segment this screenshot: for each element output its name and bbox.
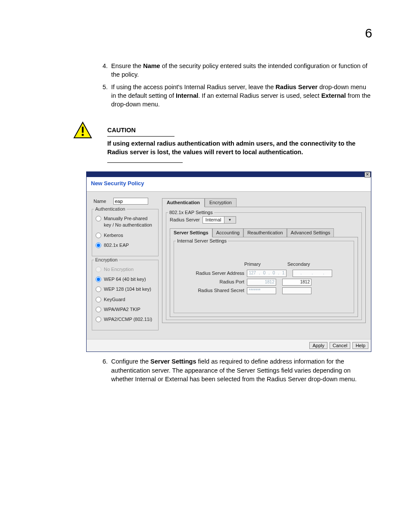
primary-header: Primary [244, 261, 287, 268]
primary-port-input[interactable] [247, 279, 276, 286]
enc-option-wep128[interactable]: WEP 128 (104 bit key) [95, 286, 156, 292]
tabs: Authentication Encryption [162, 198, 366, 207]
dropdown-value: Internal [203, 217, 224, 223]
name-label: Name [93, 199, 106, 204]
radius-server-label: Radius Server [170, 217, 200, 222]
svg-rect-1 [82, 127, 84, 133]
tab-authentication[interactable]: Authentication [162, 198, 205, 207]
page-number: 6 [365, 26, 372, 40]
step-number: 4. [78, 62, 111, 79]
label: WPA2/CCMP (802.11i) [104, 316, 152, 323]
enc-option-none: No Encryption [95, 266, 156, 273]
apply-button[interactable]: Apply [309, 342, 327, 349]
titlebar: ✕ [87, 172, 371, 177]
authentication-fieldset: Authentication Manually Pre-shared key /… [92, 209, 159, 256]
label: WPA/WPA2 TKIP [104, 306, 140, 313]
octet: 1 [282, 270, 285, 276]
cancel-button[interactable]: Cancel [330, 342, 350, 349]
subtab-advanced[interactable]: Advanced Settings [287, 228, 334, 237]
label: No Encryption [104, 266, 134, 273]
step-5: 5. If using the access point's Internal … [78, 83, 372, 109]
secondary-ip-input[interactable]: . . . [293, 270, 332, 277]
enc-option-wpa-tkip[interactable]: WPA/WPA2 TKIP [95, 306, 156, 313]
text: If using the access point's Internal Rad… [111, 84, 276, 90]
auth-option-manual[interactable]: Manually Pre-shared key / No authenticat… [95, 215, 156, 229]
bold: Radius Server [276, 84, 318, 90]
label: WEP 128 (104 bit key) [104, 286, 151, 292]
panel-title: New Security Policy [87, 177, 371, 191]
eap-settings-fieldset: 802.1x EAP Settings Radius Server Intern… [166, 212, 362, 320]
tab-body: 802.1x EAP Settings Radius Server Intern… [162, 207, 366, 323]
step-4-text: Ensure the Name of the security policy e… [111, 62, 372, 79]
close-icon[interactable]: ✕ [364, 172, 371, 177]
radius-address-label: Radius Server Address [177, 270, 247, 277]
name-input[interactable] [113, 198, 148, 205]
auth-legend: Authentication [94, 206, 127, 212]
subtab-server-settings[interactable]: Server Settings [170, 228, 212, 237]
tab-encryption[interactable]: Encryption [205, 198, 237, 207]
auth-option-eap[interactable]: 802.1x EAP [95, 242, 156, 249]
secondary-port-input[interactable] [282, 279, 311, 286]
text: Ensure the [111, 62, 143, 69]
bottom-bar: Apply Cancel Help [87, 339, 371, 352]
caution-block: CAUTION If using external radius authent… [73, 121, 372, 163]
auth-option-kerberos[interactable]: Kerberos [95, 232, 156, 239]
subtab-accounting[interactable]: Accounting [212, 228, 243, 237]
octet: 127 [249, 270, 256, 276]
eap-legend: 802.1x EAP Settings [168, 209, 214, 216]
caution-icon [73, 121, 92, 141]
subtabs: Server Settings Accounting Reauthenticat… [170, 228, 358, 237]
primary-ip-input[interactable]: 127. 0. 0. 1 [247, 270, 286, 277]
label: Manually Pre-shared key / No authenticat… [104, 215, 156, 229]
label: KeyGuard [104, 296, 125, 303]
chevron-down-icon: ▼ [224, 217, 236, 223]
radius-port-label: Radius Port [177, 279, 247, 285]
help-button[interactable]: Help [352, 342, 368, 349]
enc-option-keyguard[interactable]: KeyGuard [95, 296, 156, 303]
caution-text: If using external radius authentication … [107, 139, 372, 157]
server-legend: Internal Server Settings [176, 238, 228, 244]
step-number: 6. [78, 357, 111, 383]
bold: External [321, 92, 346, 99]
step-6-text: Configure the Server Settings field as r… [111, 357, 372, 383]
caution-title: CAUTION [107, 126, 174, 136]
enc-option-wep64[interactable]: WEP 64 (40 bit key) [95, 276, 156, 283]
svg-point-2 [82, 134, 84, 136]
label: Kerberos [104, 232, 123, 239]
primary-secret-input[interactable] [247, 287, 276, 294]
radius-secret-label: Radius Shared Secret [177, 287, 247, 294]
label: WEP 64 (40 bit key) [104, 276, 146, 283]
secondary-secret-input[interactable] [282, 287, 311, 294]
step-5-text: If using the access point's Internal Rad… [111, 83, 372, 109]
subtab-reauthentication[interactable]: Reauthentication [243, 228, 287, 237]
label: 802.1x EAP [104, 242, 129, 249]
encryption-fieldset: Encryption No Encryption WEP 64 (40 bit … [92, 260, 159, 330]
octet: 0 [273, 270, 275, 276]
step-number: 5. [78, 83, 111, 109]
subtab-body: Internal Server Settings Primary Seconda… [170, 237, 358, 317]
internal-server-fieldset: Internal Server Settings Primary Seconda… [174, 241, 354, 313]
step-6: 6. Configure the Server Settings field a… [78, 357, 372, 383]
caution-underline [107, 162, 183, 163]
app-window: ✕ New Security Policy Name Authenticatio… [86, 171, 371, 352]
text: . If an external Radius server is used, … [198, 92, 321, 99]
bold: Internal [176, 92, 198, 99]
octet: 0 [263, 270, 266, 276]
bold: Server Settings [150, 358, 196, 365]
enc-option-wpa2-ccmp[interactable]: WPA2/CCMP (802.11i) [95, 316, 156, 323]
text: Configure the [111, 358, 150, 365]
step-4: 4. Ensure the Name of the security polic… [78, 62, 372, 79]
radius-server-dropdown[interactable]: Internal ▼ [202, 216, 236, 224]
secondary-header: Secondary [287, 261, 330, 268]
enc-legend: Encryption [94, 257, 119, 263]
bold: Name [143, 62, 160, 69]
